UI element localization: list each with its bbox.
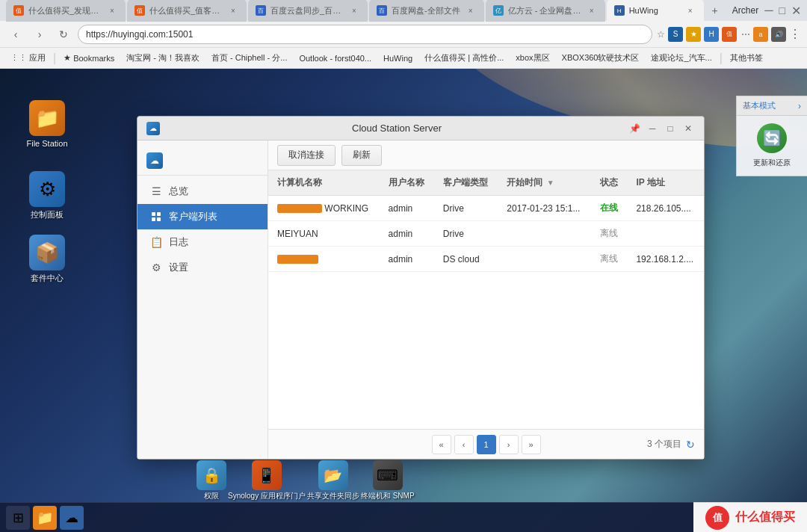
browser-tab-3[interactable]: 百 百度云盘同步_百度搜... ×	[248, 0, 368, 22]
back-button[interactable]: ‹	[6, 25, 25, 44]
close-button[interactable]: ✕	[791, 4, 801, 18]
window-pin-button[interactable]: 📌	[628, 122, 641, 135]
page-1-button[interactable]: 1	[477, 435, 496, 454]
side-panel-update-restore[interactable]: 🔄 更新和还原	[737, 116, 807, 176]
apps-icon: ⋮⋮	[10, 53, 27, 63]
tab-label-2: 什么值得买_值客原创...	[149, 5, 223, 16]
svg-rect-0	[152, 212, 155, 216]
last-page-button[interactable]: »	[522, 435, 541, 454]
ext-icon-1[interactable]: S	[668, 27, 683, 42]
taskbar: ⊞ 📁 ☁ ⬆ ✓ 💬 👤 🔍 ⊡	[0, 502, 807, 532]
tab-close-1[interactable]: ×	[106, 4, 118, 16]
ext-icon-4[interactable]: 值	[722, 27, 737, 42]
browser-tab-1[interactable]: 值 什么值得买_发现频道... ×	[6, 0, 126, 22]
bookmark-bookmarks[interactable]: ★ Bookmarks	[59, 52, 119, 64]
restore-button[interactable]: □	[779, 4, 785, 16]
refresh-button[interactable]: 刷新	[341, 145, 382, 166]
table-row[interactable]: MEIYUAN admin Drive 离线	[268, 221, 704, 247]
bookmark-outlook[interactable]: Outlook - forst040...	[294, 52, 376, 64]
table-header-row: 计算机名称 用户名称 客户端类型 开始时间 ▼ 状态 IP 地址	[268, 170, 704, 196]
new-tab-button[interactable]: +	[705, 2, 725, 19]
sidebar-item-settings[interactable]: ⚙ 设置	[137, 255, 268, 280]
minimize-button[interactable]: ─	[764, 4, 773, 17]
address-input[interactable]	[78, 25, 652, 44]
synology-portal-dock-icon: 📱	[252, 460, 282, 490]
bookmark-xbox[interactable]: xbox黑区	[511, 51, 554, 65]
bookmarks-bar: ⋮⋮ 应用 | ★ Bookmarks 淘宝网 - 淘！我喜欢 首页 - Chi…	[0, 48, 807, 69]
forward-button[interactable]: ›	[30, 25, 49, 44]
browser-tab-2[interactable]: 值 什么值得买_值客原创... ×	[127, 0, 247, 22]
side-panel-title[interactable]: 基本模式	[743, 100, 776, 111]
reload-button[interactable]: ↻	[54, 25, 73, 44]
tab-close-3[interactable]: ×	[348, 4, 360, 16]
bottom-dock: 🔒 权限 📱 Synology 应用程序门户 📂 共享文件夹同步 ⌨ 终端机和 …	[191, 460, 421, 501]
control-panel-label: 控制面板	[31, 210, 64, 220]
tab-close-6[interactable]: ×	[684, 4, 696, 16]
side-panel-chevron-icon[interactable]: ›	[798, 101, 801, 111]
side-panel-titlebar: 基本模式 ›	[737, 96, 807, 116]
window-minimize-button[interactable]: ─	[646, 122, 659, 135]
bookmark-divider-1: |	[53, 52, 56, 65]
dock-item-shared-folder-sync[interactable]: 📂 共享文件夹同步	[307, 460, 359, 501]
first-page-button[interactable]: «	[432, 435, 451, 454]
tab-favicon-5: 亿	[493, 5, 504, 16]
dock-item-terminal-snmp[interactable]: ⌨ 终端机和 SNMP	[361, 460, 415, 501]
cancel-connection-button[interactable]: 取消连接	[277, 145, 336, 166]
main-content: 取消连接 刷新 计算机名称 用户名称 客户端类型 开始时间	[268, 140, 704, 459]
svg-rect-3	[157, 217, 161, 221]
cell-type-2: Drive	[434, 221, 498, 247]
col-ip: IP 地址	[627, 170, 704, 196]
desktop-icon-file-station[interactable]: 📁 File Station	[21, 97, 73, 152]
sidebar-item-overview[interactable]: ☰ 总览	[137, 179, 268, 204]
log-icon: 📋	[149, 235, 163, 249]
shared-folder-dock-icon: 📂	[318, 460, 348, 490]
bookmark-xbox360[interactable]: XBOX360软硬技术区	[557, 51, 644, 65]
window-maximize-button[interactable]: □	[664, 122, 677, 135]
prev-page-button[interactable]: ‹	[454, 435, 474, 454]
ext-icon-amazon[interactable]: a	[753, 27, 768, 42]
dock-item-permissions[interactable]: 🔒 权限	[197, 460, 226, 501]
tab-close-5[interactable]: ×	[586, 4, 598, 16]
table-row[interactable]: admin DS cloud 离线 192.168.1.2....	[268, 247, 704, 272]
pagination-refresh-icon[interactable]: ↻	[686, 439, 695, 451]
bookmark-huwing[interactable]: HuWing	[379, 52, 417, 64]
window-close-button[interactable]: ✕	[681, 122, 695, 135]
ext-icon-5[interactable]: 🔊	[771, 27, 786, 42]
bookmark-star-icon[interactable]: ☆	[657, 29, 665, 40]
menu-button[interactable]: ⋮	[789, 27, 801, 41]
taskbar-synology-icon[interactable]: ⊞	[6, 506, 30, 530]
window-title: Cloud Station Server	[166, 123, 628, 134]
ext-icon-2[interactable]: ★	[686, 27, 701, 42]
sidebar-item-log[interactable]: 📋 日志	[137, 229, 268, 255]
table-row[interactable]: WORKING admin Drive 2017-01-23 15:1... 在…	[268, 196, 704, 221]
bookmark-chiphell[interactable]: 首页 - Chiphell - 分...	[207, 51, 291, 65]
svg-rect-1	[157, 212, 161, 216]
sidebar-item-client-list[interactable]: 客户端列表	[137, 204, 268, 229]
tab-label-4: 百度网盘-全部文件	[392, 5, 460, 16]
browser-tab-4[interactable]: 百 百度网盘-全部文件 ×	[369, 0, 484, 22]
more-extensions-icon[interactable]: ⋯	[741, 29, 750, 40]
window-controls: 📌 ─ □ ✕	[628, 122, 695, 135]
next-page-button[interactable]: ›	[499, 435, 519, 454]
tab-favicon-1: 值	[13, 5, 24, 16]
desktop-icon-package-center[interactable]: 📦 套件中心	[21, 232, 73, 286]
cell-computer-2: MEIYUAN	[268, 221, 380, 247]
browser-tab-5[interactable]: 亿 亿方云 - 企业网盘解... ×	[486, 0, 605, 22]
bookmark-apps[interactable]: ⋮⋮ 应用	[6, 51, 50, 65]
bookmark-tuguanluntan[interactable]: 途观论坛_汽车...	[646, 51, 716, 65]
tab-close-4[interactable]: ×	[465, 4, 477, 16]
taskbar-file-station-icon[interactable]: 📁	[33, 506, 57, 530]
browser-tab-6[interactable]: H HuWing ×	[607, 0, 704, 22]
tab-label-3: 百度云盘同步_百度搜...	[270, 5, 344, 16]
bookmark-taobao[interactable]: 淘宝网 - 淘！我喜欢	[122, 51, 204, 65]
taskbar-cloud-station-icon[interactable]: ☁	[60, 506, 84, 530]
bookmark-smzdm[interactable]: 什么值得买 | 高性价...	[420, 51, 508, 65]
tab-close-2[interactable]: ×	[227, 4, 239, 16]
desktop-icon-control-panel[interactable]: ⚙ 控制面板	[21, 168, 73, 223]
col-start-time[interactable]: 开始时间 ▼	[498, 170, 590, 196]
dock-item-synology-portal[interactable]: 📱 Synology 应用程序门户	[228, 460, 306, 501]
ext-icon-3[interactable]: H	[704, 27, 719, 42]
cell-time-1: 2017-01-23 15:1...	[498, 196, 590, 221]
more-bookmarks[interactable]: 其他书签	[726, 51, 767, 65]
sidebar-app-icon: ☁	[146, 152, 163, 169]
